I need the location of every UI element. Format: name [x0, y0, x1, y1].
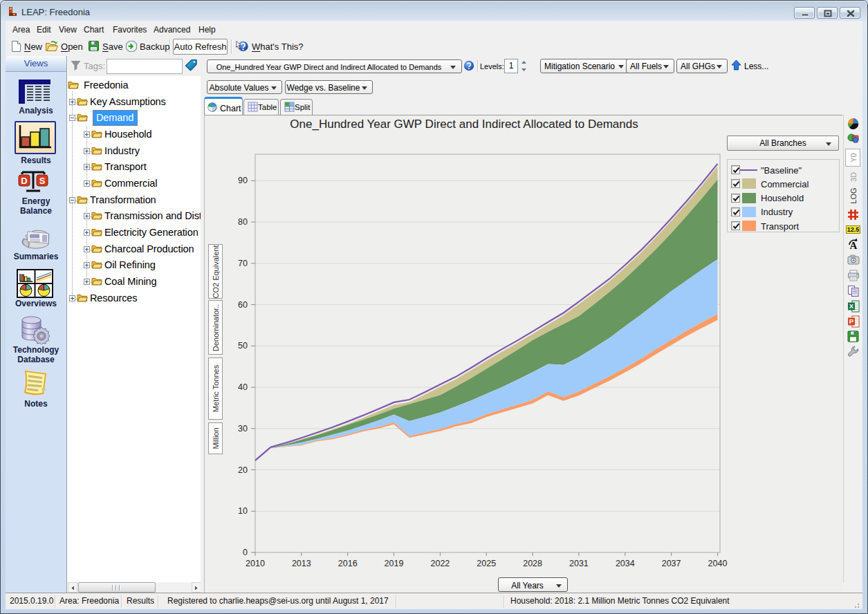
- svg-text:2016: 2016: [338, 559, 358, 568]
- svg-text:2028: 2028: [523, 559, 542, 568]
- svg-text:2013: 2013: [292, 559, 311, 568]
- svg-text:2037: 2037: [662, 559, 681, 568]
- svg-text:2034: 2034: [616, 559, 635, 568]
- svg-text:10: 10: [238, 506, 248, 516]
- svg-text:70: 70: [238, 259, 248, 268]
- svg-text:D: D: [21, 176, 27, 186]
- svg-text:50: 50: [238, 341, 248, 351]
- svg-text:60: 60: [238, 300, 248, 310]
- svg-text:P: P: [849, 317, 854, 325]
- svg-text:40: 40: [238, 382, 248, 392]
- svg-text:30: 30: [238, 424, 248, 434]
- svg-text:2010: 2010: [246, 559, 265, 568]
- svg-text:2025: 2025: [477, 559, 496, 568]
- svg-text:90: 90: [238, 176, 248, 185]
- svg-text:0: 0: [243, 548, 248, 557]
- svg-text:2022: 2022: [430, 559, 450, 568]
- svg-text:80: 80: [238, 217, 248, 227]
- svg-text:2040: 2040: [708, 559, 728, 568]
- svg-text:X: X: [849, 302, 854, 310]
- svg-text:2019: 2019: [385, 559, 404, 568]
- svg-text:S: S: [39, 176, 46, 186]
- svg-text:20: 20: [238, 465, 248, 475]
- svg-text:2031: 2031: [569, 559, 589, 568]
